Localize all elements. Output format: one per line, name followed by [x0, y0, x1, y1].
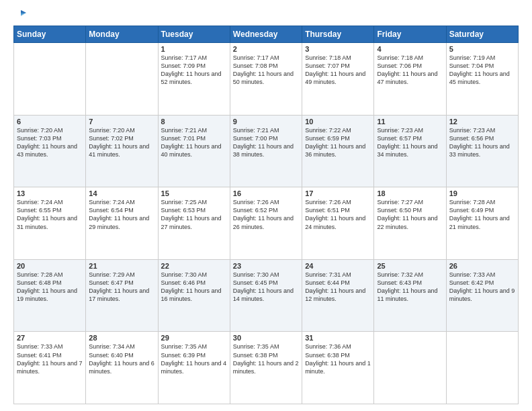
- page: SundayMondayTuesdayWednesdayThursdayFrid…: [0, 0, 532, 411]
- day-number: 29: [161, 334, 227, 342]
- calendar-cell: [446, 332, 518, 404]
- cell-info: Sunrise: 7:27 AMSunset: 6:50 PMDaylight:…: [377, 199, 437, 230]
- calendar-cell: 28Sunrise: 7:34 AMSunset: 6:40 PMDayligh…: [86, 332, 158, 404]
- day-number: 26: [449, 262, 515, 270]
- logo-bird-icon: [14, 9, 26, 20]
- cell-info: Sunrise: 7:24 AMSunset: 6:55 PMDaylight:…: [17, 199, 77, 230]
- cell-info: Sunrise: 7:24 AMSunset: 6:54 PMDaylight:…: [89, 199, 149, 230]
- calendar-week-row: 13Sunrise: 7:24 AMSunset: 6:55 PMDayligh…: [14, 187, 519, 260]
- cell-info: Sunrise: 7:33 AMSunset: 6:41 PMDaylight:…: [17, 343, 83, 374]
- calendar-day-header: Wednesday: [230, 26, 302, 43]
- calendar-cell: 17Sunrise: 7:26 AMSunset: 6:51 PMDayligh…: [302, 187, 374, 260]
- cell-info: Sunrise: 7:18 AMSunset: 7:07 PMDaylight:…: [305, 54, 365, 85]
- calendar-cell: 7Sunrise: 7:20 AMSunset: 7:02 PMDaylight…: [86, 115, 158, 187]
- cell-info: Sunrise: 7:31 AMSunset: 6:44 PMDaylight:…: [305, 271, 365, 302]
- day-number: 22: [161, 262, 227, 270]
- day-number: 10: [305, 118, 371, 126]
- day-number: 6: [17, 118, 83, 126]
- cell-info: Sunrise: 7:23 AMSunset: 6:56 PMDaylight:…: [449, 127, 510, 158]
- cell-info: Sunrise: 7:36 AMSunset: 6:38 PMDaylight:…: [305, 343, 371, 374]
- calendar-cell: 31Sunrise: 7:36 AMSunset: 6:38 PMDayligh…: [302, 332, 374, 404]
- cell-info: Sunrise: 7:18 AMSunset: 7:06 PMDaylight:…: [377, 54, 437, 85]
- cell-info: Sunrise: 7:30 AMSunset: 6:46 PMDaylight:…: [161, 271, 222, 302]
- day-number: 19: [449, 189, 515, 197]
- cell-info: Sunrise: 7:28 AMSunset: 6:49 PMDaylight:…: [449, 199, 510, 230]
- calendar-cell: 18Sunrise: 7:27 AMSunset: 6:50 PMDayligh…: [374, 187, 446, 260]
- calendar-cell: 20Sunrise: 7:28 AMSunset: 6:48 PMDayligh…: [14, 259, 86, 332]
- day-number: 23: [233, 262, 299, 270]
- calendar-cell: 16Sunrise: 7:26 AMSunset: 6:52 PMDayligh…: [230, 187, 302, 260]
- calendar-cell: [86, 43, 158, 116]
- day-number: 21: [89, 262, 154, 270]
- day-number: 24: [305, 262, 371, 270]
- calendar-cell: 15Sunrise: 7:25 AMSunset: 6:53 PMDayligh…: [158, 187, 230, 260]
- day-number: 7: [89, 118, 154, 126]
- cell-info: Sunrise: 7:21 AMSunset: 7:01 PMDaylight:…: [161, 127, 222, 158]
- calendar-cell: 5Sunrise: 7:19 AMSunset: 7:04 PMDaylight…: [446, 43, 518, 116]
- calendar-week-row: 27Sunrise: 7:33 AMSunset: 6:41 PMDayligh…: [14, 332, 519, 404]
- day-number: 13: [17, 189, 83, 197]
- calendar-cell: 4Sunrise: 7:18 AMSunset: 7:06 PMDaylight…: [374, 43, 446, 116]
- calendar-cell: 23Sunrise: 7:30 AMSunset: 6:45 PMDayligh…: [230, 259, 302, 332]
- cell-info: Sunrise: 7:17 AMSunset: 7:09 PMDaylight:…: [161, 54, 222, 85]
- header: [13, 11, 519, 20]
- cell-info: Sunrise: 7:25 AMSunset: 6:53 PMDaylight:…: [161, 199, 222, 230]
- day-number: 15: [161, 189, 227, 197]
- calendar-cell: 12Sunrise: 7:23 AMSunset: 6:56 PMDayligh…: [446, 115, 518, 187]
- calendar-cell: 22Sunrise: 7:30 AMSunset: 6:46 PMDayligh…: [158, 259, 230, 332]
- cell-info: Sunrise: 7:26 AMSunset: 6:51 PMDaylight:…: [305, 199, 365, 230]
- calendar-week-row: 6Sunrise: 7:20 AMSunset: 7:03 PMDaylight…: [14, 115, 519, 187]
- day-number: 25: [377, 262, 443, 270]
- day-number: 27: [17, 334, 83, 342]
- cell-info: Sunrise: 7:20 AMSunset: 7:02 PMDaylight:…: [89, 127, 149, 158]
- day-number: 12: [449, 118, 515, 126]
- calendar-day-header: Tuesday: [158, 26, 230, 43]
- calendar-day-header: Thursday: [302, 26, 374, 43]
- calendar-cell: 10Sunrise: 7:22 AMSunset: 6:59 PMDayligh…: [302, 115, 374, 187]
- calendar-cell: 26Sunrise: 7:33 AMSunset: 6:42 PMDayligh…: [446, 259, 518, 332]
- cell-info: Sunrise: 7:20 AMSunset: 7:03 PMDaylight:…: [17, 127, 77, 158]
- cell-info: Sunrise: 7:22 AMSunset: 6:59 PMDaylight:…: [305, 127, 365, 158]
- logo: [13, 11, 26, 20]
- calendar-cell: 29Sunrise: 7:35 AMSunset: 6:39 PMDayligh…: [158, 332, 230, 404]
- calendar-cell: [14, 43, 86, 116]
- calendar-cell: 9Sunrise: 7:21 AMSunset: 7:00 PMDaylight…: [230, 115, 302, 187]
- cell-info: Sunrise: 7:29 AMSunset: 6:47 PMDaylight:…: [89, 271, 149, 302]
- cell-info: Sunrise: 7:34 AMSunset: 6:40 PMDaylight:…: [89, 343, 154, 374]
- calendar-cell: 1Sunrise: 7:17 AMSunset: 7:09 PMDaylight…: [158, 43, 230, 116]
- cell-info: Sunrise: 7:21 AMSunset: 7:00 PMDaylight:…: [233, 127, 294, 158]
- day-number: 1: [161, 45, 227, 53]
- day-number: 5: [449, 45, 515, 53]
- calendar-week-row: 20Sunrise: 7:28 AMSunset: 6:48 PMDayligh…: [14, 259, 519, 332]
- cell-info: Sunrise: 7:33 AMSunset: 6:42 PMDaylight:…: [449, 271, 515, 302]
- calendar-cell: [374, 332, 446, 404]
- calendar-cell: 21Sunrise: 7:29 AMSunset: 6:47 PMDayligh…: [86, 259, 158, 332]
- calendar-day-header: Saturday: [446, 26, 518, 43]
- day-number: 3: [305, 45, 371, 53]
- cell-info: Sunrise: 7:23 AMSunset: 6:57 PMDaylight:…: [377, 127, 437, 158]
- calendar-cell: 2Sunrise: 7:17 AMSunset: 7:08 PMDaylight…: [230, 43, 302, 116]
- calendar-cell: 30Sunrise: 7:35 AMSunset: 6:38 PMDayligh…: [230, 332, 302, 404]
- cell-info: Sunrise: 7:26 AMSunset: 6:52 PMDaylight:…: [233, 199, 294, 230]
- cell-info: Sunrise: 7:30 AMSunset: 6:45 PMDaylight:…: [233, 271, 294, 302]
- calendar-cell: 13Sunrise: 7:24 AMSunset: 6:55 PMDayligh…: [14, 187, 86, 260]
- cell-info: Sunrise: 7:35 AMSunset: 6:38 PMDaylight:…: [233, 343, 299, 374]
- calendar-cell: 14Sunrise: 7:24 AMSunset: 6:54 PMDayligh…: [86, 187, 158, 260]
- day-number: 11: [377, 118, 443, 126]
- day-number: 16: [233, 189, 299, 197]
- cell-info: Sunrise: 7:19 AMSunset: 7:04 PMDaylight:…: [449, 54, 510, 85]
- day-number: 8: [161, 118, 227, 126]
- cell-info: Sunrise: 7:35 AMSunset: 6:39 PMDaylight:…: [161, 343, 227, 374]
- calendar-cell: 27Sunrise: 7:33 AMSunset: 6:41 PMDayligh…: [14, 332, 86, 404]
- day-number: 30: [233, 334, 299, 342]
- day-number: 14: [89, 189, 154, 197]
- calendar-cell: 3Sunrise: 7:18 AMSunset: 7:07 PMDaylight…: [302, 43, 374, 116]
- calendar-cell: 11Sunrise: 7:23 AMSunset: 6:57 PMDayligh…: [374, 115, 446, 187]
- calendar-cell: 6Sunrise: 7:20 AMSunset: 7:03 PMDaylight…: [14, 115, 86, 187]
- calendar-day-header: Friday: [374, 26, 446, 43]
- calendar-cell: 19Sunrise: 7:28 AMSunset: 6:49 PMDayligh…: [446, 187, 518, 260]
- svg-marker-1: [21, 13, 26, 16]
- cell-info: Sunrise: 7:28 AMSunset: 6:48 PMDaylight:…: [17, 271, 77, 302]
- calendar-table: SundayMondayTuesdayWednesdayThursdayFrid…: [13, 26, 519, 404]
- day-number: 18: [377, 189, 443, 197]
